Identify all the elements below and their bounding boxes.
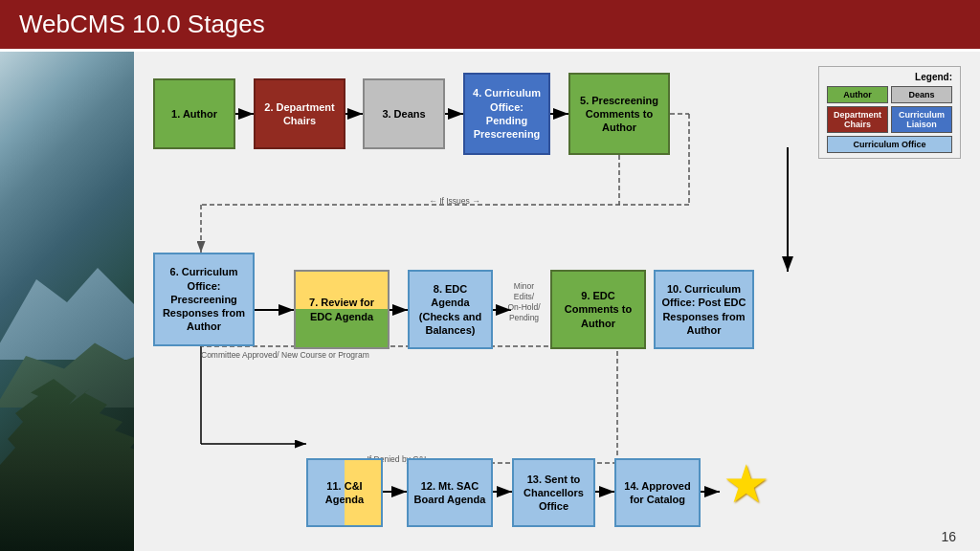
legend-title: Legend: bbox=[827, 72, 952, 82]
stage-1-author: 1. Author bbox=[153, 78, 235, 149]
completion-star: ★ bbox=[723, 453, 769, 515]
page-number: 16 bbox=[941, 529, 956, 544]
stage-5-prescreening: 5. Prescreening Comments to Author bbox=[568, 73, 670, 155]
stage-11-ci-agenda: 11. C&I Agenda bbox=[306, 458, 383, 527]
legend-curr-office: Curriculum Office bbox=[827, 136, 952, 153]
stage-7-label: 7. Review for EDC Agenda bbox=[309, 297, 374, 321]
stage-12-label: 12. Mt. SAC Board Agenda bbox=[414, 480, 486, 505]
legend-dept-chairs: DepartmentChairs bbox=[827, 106, 888, 133]
if-issues-label: ← If Issues → bbox=[407, 196, 502, 206]
stage-4-label: 4. Curriculum Office: Pending Prescreeni… bbox=[473, 87, 541, 140]
stage-1-label: 1. Author bbox=[171, 108, 217, 120]
committee-approved-label: Committee Approved/ New Course or Progra… bbox=[201, 350, 440, 360]
stage-13-chancellors: 13. Sent to Chancellors Office bbox=[512, 458, 595, 527]
stage-12-board-agenda: 12. Mt. SAC Board Agenda bbox=[407, 458, 493, 527]
main-content: 1. Author 2. Department Chairs 3. Deans … bbox=[134, 52, 980, 551]
stage-7-review-edc: 7. Review for EDC Agenda bbox=[294, 270, 390, 349]
stage-10-label: 10. Curriculum Office: Post EDC Response… bbox=[661, 283, 746, 336]
stage-3-label: 3. Deans bbox=[382, 108, 425, 120]
stage-3-deans: 3. Deans bbox=[363, 78, 445, 149]
stage-6-label: 6. Curriculum Office: Prescreening Respo… bbox=[163, 266, 245, 332]
stage-2-label: 2. Department Chairs bbox=[264, 101, 334, 126]
legend-author: Author bbox=[827, 86, 888, 103]
minor-edits-label: MinorEdits/On-Hold/Pending bbox=[498, 281, 550, 323]
stage-10-post-edc: 10. Curriculum Office: Post EDC Response… bbox=[654, 270, 754, 349]
stage-13-label: 13. Sent to Chancellors Office bbox=[523, 474, 584, 513]
stage-11-label: 11. C&I Agenda bbox=[325, 480, 364, 505]
stage-9-label: 9. EDC Comments to Author bbox=[565, 290, 632, 329]
background-image bbox=[0, 52, 134, 551]
page-title: WebCMS 10.0 Stages bbox=[19, 10, 265, 38]
mountain-shape bbox=[0, 245, 134, 360]
stage-14-approved: 14. Approved for Catalog bbox=[614, 458, 701, 527]
stage-14-label: 14. Approved for Catalog bbox=[624, 480, 690, 505]
stage-6-curriculum-prescreening: 6. Curriculum Office: Prescreening Respo… bbox=[153, 253, 255, 346]
stage-9-edc-comments: 9. EDC Comments to Author bbox=[550, 270, 646, 349]
page-header: WebCMS 10.0 Stages bbox=[0, 0, 980, 49]
legend-deans: Deans bbox=[891, 86, 952, 103]
diagram: 1. Author 2. Department Chairs 3. Deans … bbox=[148, 61, 966, 549]
stage-8-label: 8. EDC Agenda (Checks and Balances) bbox=[419, 283, 481, 336]
legend-grid: Author Deans DepartmentChairs Curriculum… bbox=[827, 86, 952, 153]
stage-4-curriculum-office: 4. Curriculum Office: Pending Prescreeni… bbox=[463, 73, 550, 155]
legend-curr-liaison: CurriculumLiaison bbox=[891, 106, 952, 133]
stage-8-edc-agenda: 8. EDC Agenda (Checks and Balances) bbox=[408, 270, 493, 349]
stage-5-label: 5. Prescreening Comments to Author bbox=[580, 95, 658, 134]
stage-2-dept-chairs: 2. Department Chairs bbox=[254, 78, 345, 149]
legend: Legend: Author Deans DepartmentChairs Cu… bbox=[818, 66, 961, 159]
